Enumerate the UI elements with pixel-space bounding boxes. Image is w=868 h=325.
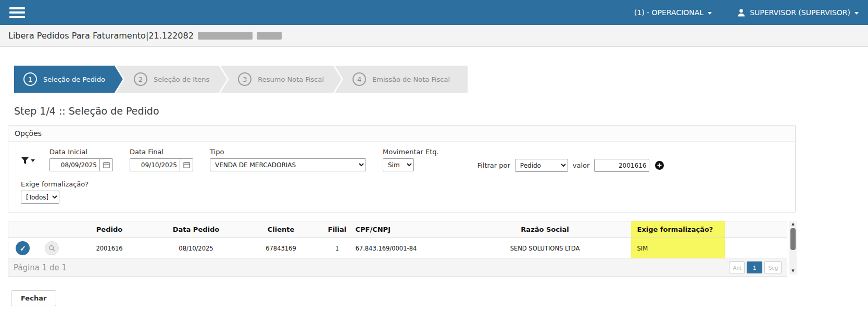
cell-spacer (725, 238, 787, 259)
tipo-select[interactable]: VENDA DE MERCADORIAS (210, 158, 366, 171)
filter-funnel-icon[interactable] (21, 156, 35, 165)
redacted-text (257, 32, 282, 40)
close-button[interactable]: Fechar (11, 290, 56, 306)
wizard-step-2[interactable]: 2 Seleção de Itens (116, 66, 227, 93)
step-number: 2 (134, 72, 147, 86)
page-title-bar: Libera Pedidos Para Faturamento|21.12208… (0, 25, 868, 47)
column-header-cpf-cnpj: CPF/CNPJ (353, 221, 459, 238)
movimentar-select[interactable]: Sim (383, 158, 414, 171)
movimentar-label: Movimentar Etq. (383, 148, 439, 156)
context-dropdown[interactable]: (1) - OPERACIONAL (634, 8, 712, 17)
calendar-icon[interactable] (99, 158, 113, 171)
grid-footer: Página 1 de 1 Ant 1 Seg (8, 259, 787, 277)
wizard-step-3[interactable]: 3 Resumo Nota Fiscal (220, 66, 342, 93)
step-label: Emissão de Nota Fiscal (372, 76, 450, 83)
pagination: Ant 1 Seg (729, 261, 782, 273)
row-magnifier-icon[interactable] (45, 241, 59, 255)
table-row[interactable]: ✓ 2001616 08/10/2025 67843169 1 67.843.1… (8, 238, 787, 259)
wizard-step-1[interactable]: 1 Seleção de Pedido (14, 66, 123, 93)
scroll-down-icon[interactable]: ▼ (791, 268, 794, 274)
chevron-down-icon (708, 12, 712, 15)
row-selected-check-icon[interactable]: ✓ (16, 241, 30, 255)
cell-data-pedido: 08/10/2025 (153, 238, 240, 259)
exige-formalizacao-field: Exige formalização? [Todos] (21, 180, 771, 204)
valor-input[interactable] (594, 159, 649, 172)
filtrar-por-group: Filtrar por Pedido valor (477, 159, 664, 172)
scroll-up-icon[interactable]: ▲ (791, 221, 794, 228)
table-header-row: Pedido Data Pedido Cliente Filial CPF/CN… (8, 221, 787, 238)
data-final-input[interactable] (130, 158, 180, 171)
data-inicial-field: Data Inicial (49, 148, 113, 171)
cell-razao-social: SEND SOLUTIONS LTDA (459, 238, 631, 259)
column-header-pedido: Pedido (67, 221, 153, 238)
valor-label: valor (573, 161, 590, 169)
calendar-icon[interactable] (180, 158, 193, 171)
top-navbar: (1) - OPERACIONAL SUPERVISOR (SUPERVISOR… (0, 0, 868, 25)
data-final-label: Data Final (130, 148, 193, 156)
tipo-field: Tipo VENDA DE MERCADORIAS (210, 148, 366, 171)
results-grid: Pedido Data Pedido Cliente Filial CPF/CN… (8, 221, 787, 277)
context-dropdown-label: (1) - OPERACIONAL (634, 8, 703, 17)
data-inicial-input[interactable] (49, 158, 99, 171)
chevron-down-icon (854, 12, 859, 15)
main-content: 1 Seleção de Pedido 2 Seleção de Itens 3… (0, 47, 803, 306)
cell-cliente: 67843169 (240, 238, 322, 259)
pagination-prev-button[interactable]: Ant (729, 261, 745, 273)
options-panel: Opções Data Inicial Dat (8, 125, 796, 213)
orders-table: Pedido Data Pedido Cliente Filial CPF/CN… (8, 221, 787, 259)
step-number: 3 (238, 72, 251, 86)
user-dropdown-label: SUPERVISOR (SUPERVISOR) (750, 8, 850, 17)
options-panel-title: Opções (8, 126, 795, 142)
step-label: Resumo Nota Fiscal (258, 76, 324, 83)
user-dropdown[interactable]: SUPERVISOR (SUPERVISOR) (737, 8, 859, 17)
exige-formalizacao-label: Exige formalização? (21, 180, 771, 188)
column-header-data-pedido: Data Pedido (153, 221, 240, 238)
data-final-field: Data Final (130, 148, 193, 171)
column-header-filial: Filial (322, 221, 353, 238)
cell-pedido: 2001616 (67, 238, 153, 259)
step-number: 1 (23, 72, 37, 86)
step-label: Seleção de Itens (154, 76, 209, 83)
wizard-step-4[interactable]: 4 Emissão de Nota Fiscal (335, 66, 468, 93)
step-label: Seleção de Pedido (43, 76, 105, 83)
exige-formalizacao-select[interactable]: [Todos] (21, 191, 59, 204)
tipo-label: Tipo (210, 148, 366, 156)
wizard-steps: 1 Seleção de Pedido 2 Seleção de Itens 3… (14, 66, 803, 93)
column-header-exige-formalizacao: Exige formalização? (631, 221, 725, 238)
cell-filial: 1 (322, 238, 353, 259)
step-heading: Step 1/4 :: Seleção de Pedido (14, 105, 803, 117)
column-header-razao-social: Razão Social (459, 221, 631, 238)
chevron-down-icon (31, 159, 35, 162)
menu-icon[interactable] (9, 7, 25, 18)
page-title: Libera Pedidos Para Faturamento|21.12208… (8, 31, 194, 41)
vertical-scrollbar[interactable]: ▲ ▼ (789, 221, 797, 274)
data-inicial-label: Data Inicial (49, 148, 113, 156)
column-header-spacer (725, 221, 787, 238)
movimentar-field: Movimentar Etq. Sim (383, 148, 439, 171)
step-number: 4 (353, 72, 366, 86)
scrollbar-thumb[interactable] (790, 228, 796, 250)
pagination-page-1-button[interactable]: 1 (747, 261, 762, 273)
page-info: Página 1 de 1 (14, 263, 67, 272)
filtrar-por-label: Filtrar por (477, 161, 510, 169)
filtrar-por-select[interactable]: Pedido (515, 159, 568, 172)
cell-exige-formalizacao: SIM (631, 238, 725, 259)
select-column-header (8, 221, 37, 238)
cell-cpf-cnpj: 67.843.169/0001-84 (353, 238, 459, 259)
redacted-text (198, 32, 253, 40)
view-column-header (37, 221, 67, 238)
user-icon (737, 8, 746, 17)
plus-circle-icon[interactable] (655, 161, 664, 170)
pagination-next-button[interactable]: Seg (764, 261, 782, 273)
column-header-cliente: Cliente (240, 221, 322, 238)
